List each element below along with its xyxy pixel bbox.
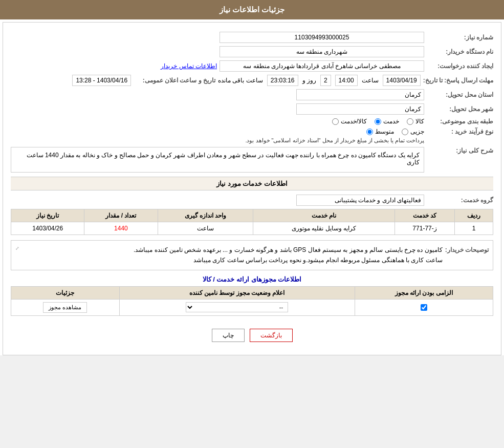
license-table: الزامی بودن ارائه مجوز اعلام وضعیت مجوز … <box>11 286 493 316</box>
deadline-days: 2 <box>320 75 331 86</box>
creator-contact-link[interactable]: اطلاعات تماس خریدار <box>161 62 217 70</box>
resize-icon: ⤢ <box>15 245 19 266</box>
category-kala-khedmat-label: کالا/خدمت <box>341 118 367 125</box>
service-code: ز-77-771 <box>395 222 455 235</box>
row-num: 1 <box>455 222 493 235</box>
buyer-notes-content: کامیون ده چرخ بایستی سالم و مجهز به سیست… <box>22 245 443 266</box>
category-radio-khedmat[interactable] <box>375 118 381 125</box>
process-option-jozi[interactable]: جزیی <box>402 128 424 135</box>
buyer-notes-line1: کامیون ده چرخ بایستی سالم و مجهز به سیست… <box>22 245 443 255</box>
table-row: 1 ز-77-771 کرایه وسایل نقلیه موتوری ساعت… <box>11 222 493 235</box>
city-label: شهر محل تحویل: <box>427 105 493 113</box>
process-radio-group: متوسط جزیی <box>11 128 424 135</box>
buyer-notes-line2: ساعت کاری با هماهنگی مسئول مربوطه انجام … <box>22 255 443 265</box>
category-radio-kala-khedmat[interactable] <box>332 118 339 125</box>
bottom-buttons: بازگشت چاپ <box>11 321 493 350</box>
col-name: نام خدمت <box>253 209 395 222</box>
category-label: طبقه بندی موضوعی: <box>427 118 493 125</box>
category-kala-label: کالا <box>415 118 424 125</box>
service-group-value: فعالیتهای اداری و خدمات پشتیبانی <box>296 195 424 206</box>
countdown-value: 23:03:16 <box>267 75 298 86</box>
col-details: جزئیات <box>11 286 120 299</box>
category-khedmat-label: خدمت <box>383 118 399 125</box>
license-details: مشاهده مجوز <box>11 299 120 315</box>
category-radio-group: کالا/خدمت خدمت کالا <box>332 118 424 125</box>
deadline-time: 14:00 <box>335 75 358 86</box>
col-qty: تعداد / مقدار <box>84 209 158 222</box>
service-unit: ساعت <box>158 222 253 235</box>
announcement-label: تاریخ و ساعت اعلان عمومی: <box>134 77 215 84</box>
need-number-value: 1103094993000025 <box>220 32 424 43</box>
buyer-org-label: نام دستگاه خریدار: <box>427 48 493 55</box>
license-section-title: اطلاعات مجوزهای ارائه خدمت / کالا <box>11 275 493 283</box>
page-title: جزئیات اطلاعات نیاز <box>220 5 284 14</box>
need-number-label: شماره نیاز: <box>427 34 493 41</box>
print-button[interactable]: چاپ <box>212 329 245 342</box>
service-qty: 1440 <box>84 222 158 235</box>
license-status: -- <box>119 299 355 315</box>
process-radio-motavaset[interactable] <box>366 129 373 135</box>
announcement-value: 1403/04/16 - 13:28 <box>72 75 131 86</box>
general-desc-label: شرح کلی نیاز: <box>427 147 493 154</box>
process-radio-jozi[interactable] <box>402 129 408 135</box>
services-table: ردیف کد خدمت نام خدمت واحد اندازه گیری ت… <box>11 209 493 235</box>
license-required <box>355 299 493 315</box>
col-required: الزامی بودن ارائه مجوز <box>355 286 493 299</box>
send-deadline-label: مهلت ارسال پاسخ: تا تاریخ: <box>423 77 493 84</box>
remaining-label: ساعت باقی مانده <box>218 77 263 84</box>
city-value: کرمان <box>296 103 424 115</box>
buyer-notes-label: توصیحات خریدار: <box>445 245 489 266</box>
creator-label: ایجاد کننده درخواست: <box>427 62 493 70</box>
category-option-khedmat[interactable]: خدمت <box>375 118 399 125</box>
col-date: تاریخ نیاز <box>11 209 84 222</box>
status-dropdown[interactable]: -- <box>186 302 288 312</box>
process-label: نوع فرآیند خرید : <box>427 128 493 135</box>
view-license-button[interactable]: مشاهده مجوز <box>43 302 87 313</box>
category-option-kala-khedmat[interactable]: کالا/خدمت <box>332 118 367 125</box>
service-name: کرایه وسایل نقلیه موتوری <box>253 222 395 235</box>
table-row: -- مشاهده مجوز <box>11 299 493 315</box>
col-code: کد خدمت <box>395 209 455 222</box>
service-date: 1403/04/26 <box>11 222 84 235</box>
col-row: ردیف <box>455 209 493 222</box>
general-desc-value: کرایه یک دستگاه کامیون ده چرخ همراه با ر… <box>11 147 424 173</box>
col-unit: واحد اندازه گیری <box>158 209 253 222</box>
process-option-motavaset[interactable]: متوسط <box>366 128 394 135</box>
buyer-org-value: شهرداری منطقه سه <box>220 46 424 57</box>
page-header: جزئیات اطلاعات نیاز <box>0 0 504 19</box>
back-button[interactable]: بازگشت <box>250 329 293 342</box>
deadline-date: 1403/04/19 <box>383 75 421 86</box>
category-radio-kala[interactable] <box>407 118 413 125</box>
services-section-title: اطلاعات خدمات مورد نیاز <box>11 177 493 190</box>
creator-value: مصطفی خراسانی شاهرخ آبادی قراردادها شهرد… <box>220 60 424 72</box>
required-checkbox[interactable] <box>421 304 427 311</box>
province-value: کرمان <box>296 89 424 100</box>
service-group-label: گروه خدمت: <box>427 197 493 204</box>
buyer-notes-section: توصیحات خریدار: کامیون ده چرخ بایستی سال… <box>11 240 493 270</box>
process-jozi-label: جزیی <box>410 128 424 135</box>
process-motavaset-label: متوسط <box>375 128 394 135</box>
day-label: روز و <box>302 77 316 84</box>
category-option-kala[interactable]: کالا <box>407 118 424 125</box>
process-note: پرداخت تمام یا بخشی از مبلغ خریدار از مح… <box>11 137 424 144</box>
province-label: استان محل تحویل: <box>427 91 493 98</box>
col-status: اعلام وضعیت مجوز توسط نامین کننده <box>119 286 355 299</box>
time-label: ساعت <box>362 77 379 84</box>
